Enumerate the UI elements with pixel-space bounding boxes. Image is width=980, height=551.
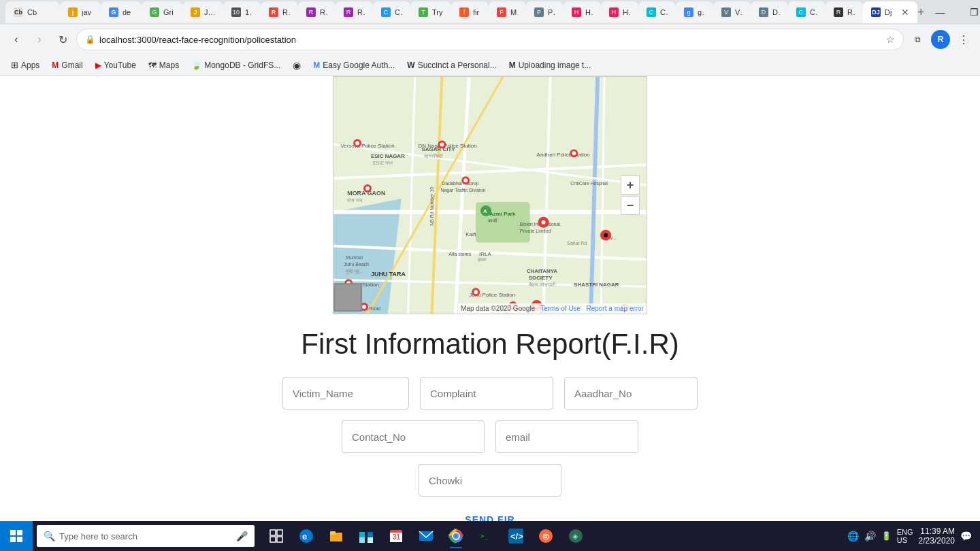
zoom-in-button[interactable]: + bbox=[621, 176, 640, 195]
address-bar[interactable]: 🔒 localhost:3000/react-face-recognition/… bbox=[76, 29, 904, 50]
app-green-button[interactable]: ◈ bbox=[562, 522, 589, 550]
taskbar-search[interactable]: 🔍 Type here to search 🎤 bbox=[37, 525, 255, 547]
victim-name-input[interactable] bbox=[282, 377, 409, 410]
tab-ca[interactable]: C Ca bbox=[638, 1, 676, 23]
forward-button[interactable]: › bbox=[30, 30, 49, 49]
svg-text:31: 31 bbox=[393, 533, 401, 541]
task-view-button[interactable] bbox=[263, 522, 290, 550]
chowki-input[interactable] bbox=[419, 464, 561, 497]
svg-text:NS Rd Number 10: NS Rd Number 10 bbox=[429, 187, 434, 226]
mail-button[interactable] bbox=[412, 522, 440, 550]
tab-mc[interactable]: F Mc bbox=[489, 1, 526, 23]
bookmark-maps[interactable]: 🗺 Maps bbox=[143, 56, 184, 74]
svg-text:DN Nagar Police Station: DN Nagar Police Station bbox=[419, 143, 477, 149]
file-explorer-button[interactable] bbox=[323, 522, 350, 550]
tab-google[interactable]: G de bbox=[101, 1, 142, 23]
bookmark-gmail[interactable]: M Gmail bbox=[46, 56, 88, 74]
notification-icon[interactable]: 💬 bbox=[960, 531, 972, 541]
calendar-button[interactable]: 31 bbox=[382, 522, 410, 550]
extensions-button[interactable]: ⧉ bbox=[908, 30, 927, 49]
profile-button[interactable]: R bbox=[931, 30, 950, 49]
tab-ht1[interactable]: H HT bbox=[564, 1, 601, 23]
tab-de2[interactable]: D De bbox=[751, 1, 788, 23]
svg-text:</>: </> bbox=[510, 531, 523, 541]
back-button[interactable]: ‹ bbox=[7, 30, 26, 49]
new-tab-button[interactable]: + bbox=[917, 3, 925, 22]
svg-text:चैतन्य सोसायटी: चैतन्य सोसायटी bbox=[528, 282, 556, 287]
tab-ht2[interactable]: H HT bbox=[601, 1, 638, 23]
svg-text:SHASTRI NAGAR: SHASTRI NAGAR bbox=[574, 282, 619, 288]
microphone-icon[interactable]: 🎤 bbox=[236, 531, 248, 541]
bookmark-succinct[interactable]: W Succinct a Personal... bbox=[402, 56, 502, 74]
vscode-button[interactable]: </> bbox=[502, 522, 529, 550]
zoom-out-button[interactable]: − bbox=[621, 196, 640, 215]
svg-point-61 bbox=[463, 178, 468, 182]
tab-pa[interactable]: P Pa bbox=[526, 1, 564, 23]
svg-point-108 bbox=[453, 533, 459, 539]
bookmark-uploading[interactable]: M Uploading image t... bbox=[504, 56, 597, 74]
close-tab-icon[interactable]: ✕ bbox=[901, 7, 909, 18]
terms-of-use-link[interactable]: Terms of Use bbox=[540, 305, 581, 312]
contact-input[interactable] bbox=[342, 420, 485, 453]
svg-rect-98 bbox=[359, 532, 365, 537]
form-title: First Information Report(F.I.R) bbox=[265, 328, 715, 361]
tab-try[interactable]: T Try bbox=[410, 1, 451, 23]
email-input[interactable] bbox=[495, 420, 638, 453]
address-bar-row: ‹ › ↻ 🔒 localhost:3000/react-face-recogn… bbox=[0, 24, 980, 54]
complaint-input[interactable] bbox=[420, 377, 553, 410]
bookmark-icon[interactable]: ☆ bbox=[886, 34, 895, 45]
taskbar-datetime[interactable]: ENG US bbox=[897, 528, 913, 544]
svg-text:Dadabhai Naoroji: Dadabhai Naoroji bbox=[442, 181, 478, 186]
menu-button[interactable]: ⋮ bbox=[954, 30, 973, 49]
store-button[interactable] bbox=[353, 522, 380, 550]
date-display: 2/23/2020 bbox=[919, 536, 955, 546]
svg-text:◈: ◈ bbox=[572, 532, 578, 540]
edge-browser-button[interactable]: e bbox=[293, 522, 320, 550]
taskbar-app-icons: e 31 bbox=[259, 522, 839, 550]
taskbar-clock[interactable]: 11:39 AM 2/23/2020 bbox=[919, 527, 955, 546]
tab-cs[interactable]: C CS bbox=[373, 1, 410, 23]
svg-point-79 bbox=[542, 220, 546, 224]
bookmark-mongodb[interactable]: 🍃 MongoDB - GridFS... bbox=[186, 56, 286, 74]
bookmark-apps[interactable]: ⊞ Apps bbox=[5, 56, 45, 74]
svg-text:Kaifi: Kaifi bbox=[466, 231, 476, 237]
svg-rect-101 bbox=[368, 537, 373, 543]
app-orange-button[interactable]: ◎ bbox=[532, 522, 559, 550]
chrome-button[interactable] bbox=[442, 522, 470, 550]
tab-dj[interactable]: DJ Dj ✕ bbox=[863, 1, 917, 23]
tab-re1[interactable]: R Re bbox=[261, 1, 298, 23]
svg-rect-92 bbox=[277, 537, 282, 542]
report-map-error-link[interactable]: Report a map error bbox=[587, 305, 644, 312]
search-placeholder: Type here to search bbox=[59, 531, 137, 541]
svg-text:CritiCare Hospital: CritiCare Hospital bbox=[570, 181, 608, 186]
svg-text:Juhu Beach: Juhu Beach bbox=[344, 262, 369, 267]
minimize-button[interactable]: — bbox=[925, 0, 956, 24]
tab-fir[interactable]: f fir bbox=[451, 1, 489, 23]
tab-ris[interactable]: R Ris bbox=[826, 1, 863, 23]
reload-button[interactable]: ↻ bbox=[53, 30, 72, 49]
address-bar-actions: ☆ bbox=[886, 34, 895, 45]
bookmark-icon1[interactable]: ◉ bbox=[287, 56, 306, 74]
aadhaar-input[interactable] bbox=[564, 377, 698, 410]
start-button[interactable] bbox=[0, 521, 33, 551]
tab-re2[interactable]: R Re bbox=[298, 1, 336, 23]
form-row-3 bbox=[265, 464, 715, 497]
tab-java[interactable]: j jav bbox=[60, 1, 101, 23]
maximize-button[interactable]: ❐ bbox=[959, 0, 980, 24]
tab-gm[interactable]: g gm bbox=[676, 1, 713, 23]
tab-10[interactable]: 10 10 bbox=[223, 1, 261, 23]
terminal-button[interactable]: >_ bbox=[472, 522, 500, 550]
bookmark-youtube[interactable]: ▶ YouTube bbox=[90, 56, 142, 74]
bookmark-easy-google[interactable]: M Easy Google Auth... bbox=[308, 56, 400, 74]
tab-re3[interactable]: R Re bbox=[336, 1, 373, 23]
tab-vic[interactable]: V Vic bbox=[713, 1, 751, 23]
tab-ca2[interactable]: C Ca bbox=[788, 1, 826, 23]
bookmark-easy-google-label: Easy Google Auth... bbox=[323, 61, 395, 70]
tab-gri[interactable]: G Gri bbox=[142, 1, 182, 23]
tab-cb[interactable]: Cb Cb bbox=[5, 1, 60, 23]
tab-jav2[interactable]: J Jav bbox=[182, 1, 223, 23]
svg-text:Azmi Park: Azmi Park bbox=[489, 211, 516, 217]
svg-text:A: A bbox=[483, 208, 487, 214]
svg-rect-96 bbox=[330, 534, 336, 541]
svg-point-69 bbox=[474, 290, 478, 294]
